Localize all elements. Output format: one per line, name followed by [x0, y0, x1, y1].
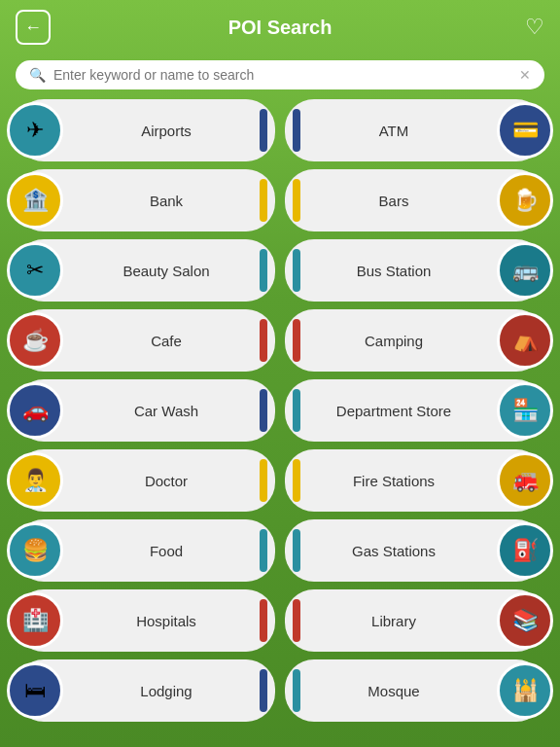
hospitals-accent-bar — [260, 599, 267, 642]
airports-label: Airports — [69, 123, 263, 139]
atm-accent-bar — [293, 109, 300, 152]
mosque-icon: 🕌 — [512, 678, 539, 703]
poi-item-bus-station[interactable]: 🚌Bus Station — [285, 239, 545, 302]
food-icon-circle: 🍔 — [7, 522, 63, 579]
beauty-salon-icon-circle: ✂ — [7, 242, 63, 299]
department-store-icon-circle: 🏪 — [497, 382, 553, 439]
library-icon-circle: 📚 — [497, 592, 553, 649]
airports-icon: ✈ — [26, 118, 44, 143]
library-label: Library — [297, 613, 491, 629]
bus-station-icon: 🚌 — [512, 258, 539, 283]
lodging-icon: 🛏 — [24, 678, 46, 703]
food-accent-bar — [260, 529, 267, 572]
favorites-button[interactable]: ♡ — [525, 15, 544, 40]
department-store-icon: 🏪 — [512, 398, 539, 423]
cafe-icon: ☕ — [22, 328, 49, 353]
gas-stations-label: Gas Stations — [297, 543, 491, 559]
poi-grid: ✈Airports💳ATM🏦Bank🍺Bars✂Beauty Salon🚌Bus… — [0, 99, 560, 722]
mosque-icon-circle: 🕌 — [497, 662, 553, 719]
cafe-icon-circle: ☕ — [7, 312, 63, 369]
cafe-accent-bar — [260, 319, 267, 362]
poi-item-camping[interactable]: ⛺Camping — [285, 309, 545, 372]
beauty-salon-icon: ✂ — [26, 258, 44, 283]
bus-station-accent-bar — [293, 249, 300, 292]
doctor-icon: 👨‍⚕️ — [22, 468, 49, 493]
bus-station-label: Bus Station — [297, 263, 491, 279]
hospitals-icon: 🏥 — [22, 608, 49, 633]
library-icon: 📚 — [512, 608, 539, 633]
gas-stations-icon-circle: ⛽ — [497, 522, 553, 579]
fire-stations-label: Fire Stations — [297, 473, 491, 489]
poi-item-fire-stations[interactable]: 🚒Fire Stations — [285, 449, 545, 512]
poi-item-bars[interactable]: 🍺Bars — [285, 169, 545, 231]
bank-icon: 🏦 — [22, 188, 49, 213]
search-input[interactable] — [53, 67, 511, 83]
department-store-accent-bar — [293, 389, 300, 432]
camping-icon: ⛺ — [512, 328, 539, 353]
bank-accent-bar — [260, 179, 267, 222]
clear-icon[interactable]: ✕ — [519, 67, 531, 83]
poi-item-food[interactable]: 🍔Food — [15, 519, 275, 582]
airports-icon-circle: ✈ — [7, 102, 63, 159]
beauty-salon-label: Beauty Salon — [69, 263, 263, 279]
bars-label: Bars — [297, 193, 491, 209]
page-title: POI Search — [228, 17, 332, 39]
gas-stations-icon: ⛽ — [512, 538, 539, 563]
food-label: Food — [69, 543, 263, 559]
poi-item-doctor[interactable]: 👨‍⚕️Doctor — [15, 449, 275, 512]
beauty-salon-accent-bar — [260, 249, 267, 292]
fire-stations-icon: 🚒 — [512, 468, 539, 493]
bars-accent-bar — [293, 179, 300, 222]
search-icon: 🔍 — [29, 67, 46, 83]
poi-item-hospitals[interactable]: 🏥Hospitals — [15, 589, 275, 652]
doctor-icon-circle: 👨‍⚕️ — [7, 452, 63, 509]
doctor-label: Doctor — [69, 473, 263, 489]
atm-icon-circle: 💳 — [497, 102, 553, 159]
bank-label: Bank — [69, 193, 263, 209]
back-icon: ← — [24, 18, 42, 38]
search-bar: 🔍 ✕ — [16, 60, 544, 89]
food-icon: 🍔 — [22, 538, 49, 563]
camping-label: Camping — [297, 333, 491, 349]
hospitals-icon-circle: 🏥 — [7, 592, 63, 649]
poi-item-car-wash[interactable]: 🚗Car Wash — [15, 379, 275, 442]
car-wash-label: Car Wash — [69, 403, 263, 419]
camping-accent-bar — [293, 319, 300, 362]
bus-station-icon-circle: 🚌 — [497, 242, 553, 299]
header: ← POI Search ♡ — [0, 0, 560, 54]
library-accent-bar — [293, 599, 300, 642]
lodging-accent-bar — [260, 669, 267, 712]
poi-item-department-store[interactable]: 🏪Department Store — [285, 379, 545, 442]
back-button[interactable]: ← — [16, 10, 51, 45]
camping-icon-circle: ⛺ — [497, 312, 553, 369]
heart-icon: ♡ — [525, 15, 544, 39]
poi-item-cafe[interactable]: ☕Cafe — [15, 309, 275, 372]
poi-item-atm[interactable]: 💳ATM — [285, 99, 545, 161]
bars-icon: 🍺 — [512, 188, 539, 213]
cafe-label: Cafe — [69, 333, 263, 349]
bars-icon-circle: 🍺 — [497, 172, 553, 229]
poi-item-library[interactable]: 📚Library — [285, 589, 545, 652]
poi-item-gas-stations[interactable]: ⛽Gas Stations — [285, 519, 545, 582]
car-wash-accent-bar — [260, 389, 267, 432]
fire-stations-icon-circle: 🚒 — [497, 452, 553, 509]
atm-icon: 💳 — [512, 118, 539, 143]
poi-item-mosque[interactable]: 🕌Mosque — [285, 659, 545, 722]
poi-item-airports[interactable]: ✈Airports — [15, 99, 275, 161]
mosque-label: Mosque — [297, 683, 491, 699]
bank-icon-circle: 🏦 — [7, 172, 63, 229]
lodging-icon-circle: 🛏 — [7, 662, 63, 719]
poi-item-lodging[interactable]: 🛏Lodging — [15, 659, 275, 722]
doctor-accent-bar — [260, 459, 267, 502]
department-store-label: Department Store — [297, 403, 491, 419]
airports-accent-bar — [260, 109, 267, 152]
car-wash-icon: 🚗 — [22, 398, 49, 423]
lodging-label: Lodging — [69, 683, 263, 699]
hospitals-label: Hospitals — [69, 613, 263, 629]
poi-item-beauty-salon[interactable]: ✂Beauty Salon — [15, 239, 275, 302]
poi-item-bank[interactable]: 🏦Bank — [15, 169, 275, 231]
atm-label: ATM — [297, 123, 491, 139]
mosque-accent-bar — [293, 669, 300, 712]
car-wash-icon-circle: 🚗 — [7, 382, 63, 439]
gas-stations-accent-bar — [293, 529, 300, 572]
